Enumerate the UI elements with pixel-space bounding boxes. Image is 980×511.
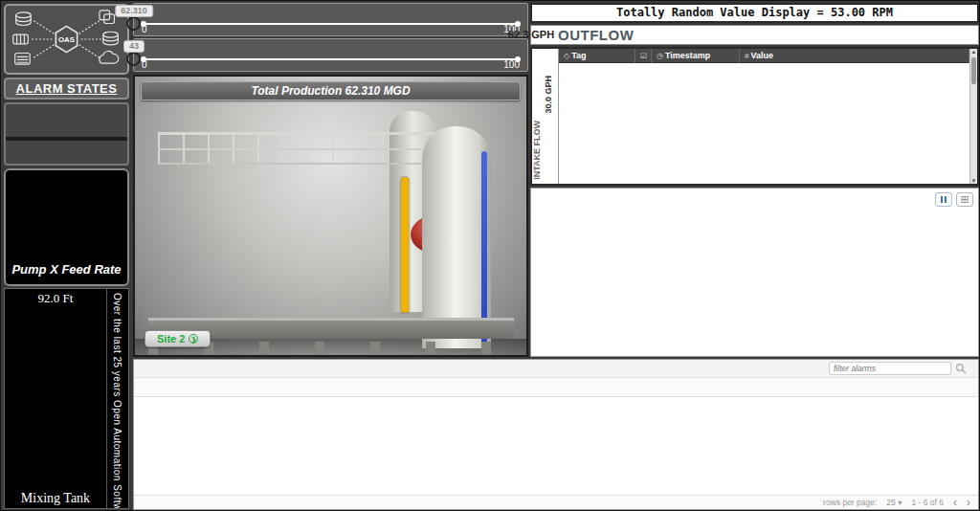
value-column-header[interactable]: #Value xyxy=(740,49,969,63)
database-icon xyxy=(103,32,119,45)
intake-flow-label: INTAKE FLOW xyxy=(532,121,542,180)
slider-green-panel: 62.310 0 100 xyxy=(133,3,528,36)
checkbox-icon: ☑ xyxy=(640,52,647,60)
yellow-level-bar xyxy=(401,177,409,313)
alarm-table-footer: rows per page: 25 ▾ 1 - 6 of 6 ‹ › xyxy=(134,495,978,509)
level-bar-gauge xyxy=(5,306,106,486)
oas-network-diagram: OAS xyxy=(6,6,127,73)
page-range: 1 - 6 of 6 xyxy=(911,498,944,507)
tag-table-header: ◇Tag ☑ ◷Timestamp #Value xyxy=(559,49,969,63)
slider-green-tooltip: 62.310 xyxy=(115,5,153,17)
mixing-tank-panel: 92.0 Ft Mixing Tank Over the last 25 yea… xyxy=(4,288,129,509)
number-icon: # xyxy=(745,52,748,60)
alarm-tank-farm xyxy=(4,102,129,166)
random-value-display: Totally Random Value Display = 53.00 RPM xyxy=(530,3,979,23)
slider-green-track[interactable] xyxy=(144,23,518,25)
slider-max-label: 100 xyxy=(503,59,520,70)
slider-min-label: 0 xyxy=(142,24,147,34)
plant-3d-view: Total Production 62.310 MGD Site 2 ❯ xyxy=(133,75,528,357)
alarm-states-title: ALARM STATES xyxy=(4,78,129,100)
pump-gauge-panel: Pump X Feed Rate xyxy=(4,168,129,286)
site-2-label: Site 2 xyxy=(157,333,185,344)
next-page-button[interactable]: › xyxy=(967,498,970,507)
slider-green-thumb[interactable] xyxy=(126,16,141,31)
quality-column-header[interactable]: ☑ xyxy=(635,49,652,63)
tag-table: ◇Tag ☑ ◷Timestamp #Value xyxy=(558,49,969,184)
pause-button[interactable] xyxy=(935,192,952,207)
alarm-table-body xyxy=(134,397,978,495)
slider-blue-thumb[interactable] xyxy=(126,52,141,66)
gauge-title: Pump X Feed Rate xyxy=(6,262,127,277)
clock-icon: ◷ xyxy=(657,52,663,60)
outflow-bar: OUTFLOW 62.3 GPH xyxy=(530,25,979,45)
scroll-down-arrow[interactable]: ▼ xyxy=(970,178,977,184)
tag-column-header[interactable]: ◇Tag xyxy=(559,49,635,63)
slider-blue-tooltip: 43 xyxy=(123,40,145,53)
silo-level-strip xyxy=(481,151,487,344)
cloud-icon xyxy=(100,51,119,63)
total-production-title: Total Production 62.310 MGD xyxy=(141,81,521,100)
radial-gauge xyxy=(6,170,127,264)
marquee-text: Over the last 25 years Open Automation S… xyxy=(106,289,128,508)
tag-table-scrollbar[interactable]: ▲▼ xyxy=(969,49,977,184)
alarm-filter-bar xyxy=(134,360,978,378)
tag-icon: ◇ xyxy=(564,52,569,60)
tag-table-panel: INTAKE FLOW 30.0 GPH ◇Tag ☑ ◷Timestamp #… xyxy=(530,47,979,186)
mixing-tank-value: 92.0 Ft xyxy=(5,289,106,306)
outflow-label: OUTFLOW xyxy=(558,27,634,43)
scrollbar-thumb[interactable] xyxy=(971,57,976,84)
oas-network-panel: OAS xyxy=(4,4,129,75)
alarm-table-header xyxy=(134,378,978,397)
site-2-button[interactable]: Site 2 ❯ xyxy=(145,330,211,347)
database-icon xyxy=(16,12,32,26)
intake-flow-value: 30.0 GPH xyxy=(544,76,553,114)
trend-chart xyxy=(533,190,976,354)
timestamp-column-header[interactable]: ◷Timestamp xyxy=(652,49,740,63)
grid-view-button[interactable]: ⊞ xyxy=(956,192,973,207)
search-icon xyxy=(955,363,967,374)
rows-per-page-select[interactable]: 25 ▾ xyxy=(886,498,902,507)
alarm-log-panel: rows per page: 25 ▾ 1 - 6 of 6 ‹ › xyxy=(133,359,979,510)
mixing-tank-title: Mixing Tank xyxy=(5,491,106,506)
intake-flow-gauge: INTAKE FLOW 30.0 GPH xyxy=(532,49,558,184)
oas-logo: OAS xyxy=(58,35,75,44)
outflow-value: 62.3 GPH xyxy=(508,29,554,40)
mixing-tank-gauge: 92.0 Ft Mixing Tank xyxy=(5,289,106,508)
slider-blue-track[interactable] xyxy=(144,58,518,60)
prev-page-button[interactable]: ‹ xyxy=(953,498,957,507)
silo-front xyxy=(422,126,491,348)
go-arrow-icon: ❯ xyxy=(189,334,198,344)
rows-per-page-label: rows per page: xyxy=(823,498,877,507)
tank-platform-rail xyxy=(6,137,127,141)
filter-alarms-input[interactable] xyxy=(829,362,951,375)
list-icon xyxy=(15,54,31,65)
scada-dashboard: OAS ALARM STATES Pump X Feed Rate 92.0 F… xyxy=(0,0,980,511)
app-windows-icon xyxy=(100,11,115,24)
server-icon xyxy=(13,34,29,44)
trend-chart-panel: ⊞ xyxy=(530,188,979,357)
tag-table-body xyxy=(559,63,969,184)
slider-blue-panel: 43 0 100 xyxy=(133,38,528,72)
slider-min-label: 0 xyxy=(142,59,147,70)
